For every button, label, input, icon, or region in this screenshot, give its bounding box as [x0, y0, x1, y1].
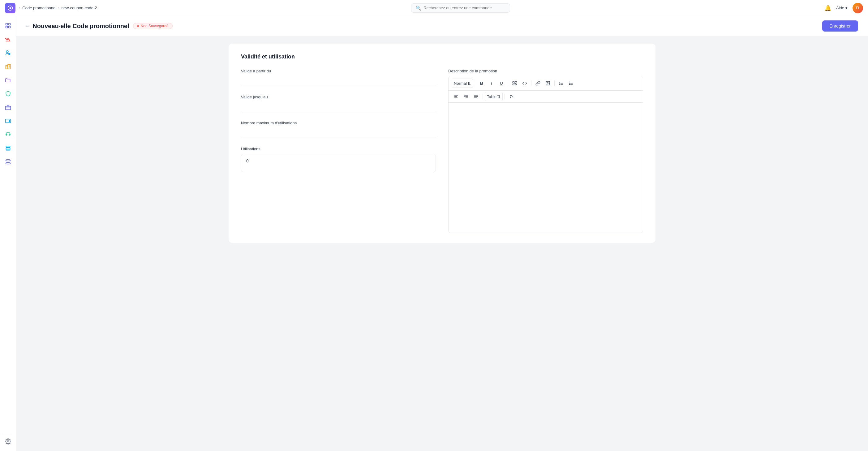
sidebar-item-layers[interactable]	[2, 156, 14, 168]
description-label: Description de la promotion	[448, 69, 643, 73]
svg-point-19	[6, 160, 10, 161]
valid-from-group: Valide à partir du	[241, 69, 436, 86]
svg-rect-3	[8, 24, 10, 25]
sidebar-item-analytics[interactable]	[2, 33, 14, 45]
sidebar-item-buildings[interactable]	[2, 61, 14, 72]
bold-button[interactable]: B	[477, 79, 486, 88]
max-uses-input[interactable]	[241, 128, 436, 138]
page-title: Nouveau·elle Code promotionnel	[32, 23, 129, 30]
text-style-label: Normal	[454, 81, 467, 86]
page-header-left: ≡ Nouveau·elle Code promotionnel Non Sau…	[26, 23, 173, 30]
svg-rect-15	[5, 119, 10, 123]
unsaved-badge: Non Sauvegardé	[133, 23, 173, 29]
align-left-button[interactable]	[452, 92, 461, 101]
sidebar-item-ticket[interactable]	[2, 115, 14, 127]
sidebar-item-database[interactable]	[2, 142, 14, 154]
sidebar-item-briefcase[interactable]	[2, 101, 14, 113]
indent-right-button[interactable]	[471, 92, 481, 101]
table-label: Table	[487, 94, 496, 99]
svg-rect-16	[6, 146, 10, 147]
svg-point-22	[547, 82, 548, 83]
main-layout: ≡ Nouveau·elle Code promotionnel Non Sau…	[0, 16, 868, 451]
svg-point-20	[7, 441, 9, 442]
save-button[interactable]: Enregistrer	[822, 21, 858, 32]
breadcrumb-item-2[interactable]: new-coupon-code-2	[62, 6, 97, 10]
image-button[interactable]	[543, 79, 553, 88]
toolbar-sep-2	[508, 81, 508, 86]
menu-icon[interactable]: ≡	[26, 23, 29, 29]
svg-point-31	[569, 84, 569, 85]
search-input[interactable]	[424, 6, 505, 10]
valid-until-label: Valide jusqu'au	[241, 95, 436, 99]
text-style-select[interactable]: Normal ⇅	[452, 79, 473, 88]
unsaved-dot	[137, 25, 139, 27]
code-button[interactable]	[520, 79, 529, 88]
editor-body[interactable]	[448, 103, 643, 233]
toolbar-sep-1	[475, 81, 475, 86]
italic-button[interactable]: I	[487, 79, 496, 88]
toolbar-sep-5	[483, 94, 483, 99]
sidebar-item-users[interactable]	[2, 47, 14, 59]
sidebar-item-shield[interactable]	[2, 88, 14, 99]
sidebar-item-folder[interactable]	[2, 74, 14, 86]
breadcrumb-arrow: ›	[19, 6, 21, 10]
indent-left-button[interactable]	[462, 92, 471, 101]
unordered-list-button[interactable]	[566, 79, 576, 88]
breadcrumb: › Code promotionnel › new-coupon-code-2	[19, 6, 97, 10]
editor-toolbar-row2: Table ⇅ Tx	[448, 91, 643, 103]
svg-rect-2	[6, 24, 7, 25]
clear-format-button[interactable]: Tx	[507, 92, 516, 101]
avatar[interactable]: TL	[852, 3, 863, 13]
sidebar-item-headset[interactable]	[2, 129, 14, 141]
ordered-list-button[interactable]	[557, 79, 566, 88]
sidebar-item-settings[interactable]	[2, 435, 14, 447]
sidebar-bottom	[2, 432, 14, 447]
aide-button[interactable]: Aide ▾	[836, 6, 847, 10]
aide-chevron-icon: ▾	[845, 6, 847, 10]
sidebar-divider	[2, 434, 11, 434]
breadcrumb-item-1[interactable]: Code promotionnel	[22, 6, 56, 10]
svg-point-6	[5, 38, 6, 39]
max-uses-group: Nombre maximum d'utilisations	[241, 121, 436, 138]
avatar-initials: TL	[856, 6, 860, 10]
search-icon: 🔍	[416, 6, 421, 10]
top-nav-right: 🔔 Aide ▾ TL	[825, 3, 863, 13]
top-nav: › Code promotionnel › new-coupon-code-2 …	[0, 0, 868, 16]
utilisations-group: Utilisations 0	[241, 147, 436, 172]
valid-until-input[interactable]	[241, 102, 436, 112]
svg-rect-4	[6, 26, 7, 28]
svg-point-10	[6, 51, 8, 53]
search-wrap[interactable]: 🔍	[411, 3, 510, 13]
svg-point-30	[569, 83, 569, 83]
svg-point-7	[6, 39, 7, 40]
valid-until-group: Valide jusqu'au	[241, 95, 436, 112]
style-chevron-icon: ⇅	[467, 81, 471, 86]
svg-rect-5	[8, 26, 10, 28]
section-title: Validité et utilisation	[241, 54, 643, 60]
editor-toolbar-row1: Normal ⇅ B I U	[448, 76, 643, 91]
svg-point-29	[569, 82, 569, 82]
svg-point-8	[7, 38, 8, 39]
sidebar-item-home[interactable]	[2, 20, 14, 32]
search-bar: 🔍	[100, 3, 821, 13]
table-select[interactable]: Table ⇅	[485, 92, 503, 101]
svg-point-1	[9, 7, 11, 9]
toolbar-sep-4	[554, 81, 555, 86]
notification-bell-icon[interactable]: 🔔	[825, 5, 831, 11]
page-header: ≡ Nouveau·elle Code promotionnel Non Sau…	[16, 16, 868, 36]
toolbar-sep-6	[504, 94, 505, 99]
form-left: Valide à partir du Valide jusqu'au Nombr…	[241, 69, 436, 233]
toolbar-sep-3	[531, 81, 531, 86]
app-logo[interactable]	[5, 3, 16, 13]
link-button[interactable]	[533, 79, 542, 88]
quote-button[interactable]	[510, 79, 519, 88]
unsaved-label: Non Sauvegardé	[141, 24, 168, 28]
valid-from-label: Valide à partir du	[241, 69, 436, 73]
svg-point-9	[9, 39, 9, 40]
valid-from-input[interactable]	[241, 76, 436, 86]
max-uses-label: Nombre maximum d'utilisations	[241, 121, 436, 125]
utilisations-label: Utilisations	[241, 147, 436, 151]
editor-container: Normal ⇅ B I U	[448, 76, 643, 233]
underline-button[interactable]: U	[497, 79, 506, 88]
content-area: ≡ Nouveau·elle Code promotionnel Non Sau…	[16, 16, 868, 451]
